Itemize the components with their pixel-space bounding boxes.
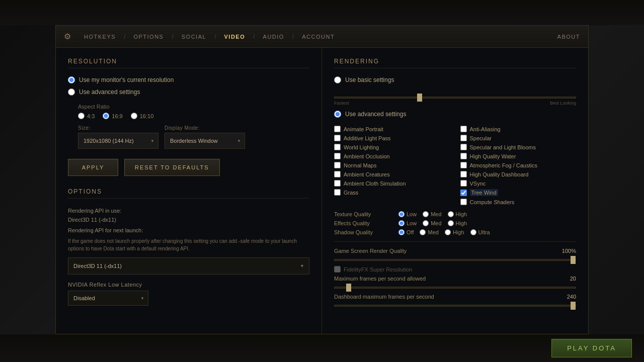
size-field: Size: 1920x1080 (144 Hz) [78, 125, 158, 149]
texture-low-input[interactable] [398, 211, 405, 217]
cb-ambient-creatures[interactable]: Ambient Creatures [334, 171, 450, 177]
cb-animate-portrait-label: Animate Portrait [344, 126, 383, 132]
shadow-off[interactable]: Off [398, 229, 414, 235]
nav-account[interactable]: ACCOUNT [297, 32, 340, 42]
effects-low[interactable]: Low [398, 220, 417, 226]
cb-hq-water-input[interactable] [460, 153, 467, 159]
cb-atmos-fog[interactable]: Atmospheric Fog / Caustics [460, 162, 577, 168]
nvidia-select[interactable]: Disabled Enabled Enabled + Boost [68, 291, 148, 306]
shadow-high-input[interactable] [445, 229, 451, 235]
cb-additive-light[interactable]: Additive Light Pass [334, 135, 450, 141]
effects-high[interactable]: High [448, 220, 467, 226]
max-frames-slider[interactable] [334, 287, 576, 289]
rendering-title: RENDERING [334, 58, 576, 68]
rendering-basic-option[interactable]: Use basic settings [334, 76, 576, 83]
cb-hq-dashboard[interactable]: High Quality Dashboard [460, 171, 577, 177]
cb-ambient-cloth-label: Ambient Cloth Simulation [344, 180, 406, 187]
effects-quality-row: Effects Quality Low Med High [334, 220, 576, 226]
radio-advanced-option[interactable]: Use advanced settings [68, 88, 309, 96]
texture-quality-row: Texture Quality Low Med High [334, 211, 576, 217]
shadow-off-input[interactable] [398, 229, 405, 235]
cb-specular-blooms-input[interactable] [460, 144, 467, 150]
apply-button[interactable]: APPLY [68, 159, 118, 176]
cb-specular-input[interactable] [460, 135, 467, 141]
shadow-med[interactable]: Med [420, 229, 438, 235]
cb-ambient-occlusion-input[interactable] [334, 153, 341, 159]
size-select[interactable]: 1920x1080 (144 Hz) [78, 133, 158, 149]
basic-quality-slider[interactable] [334, 97, 576, 99]
dashboard-frames-slider[interactable] [334, 305, 576, 307]
texture-high-input[interactable] [448, 211, 454, 217]
radio-monitor-input[interactable] [68, 76, 75, 83]
dashboard-frames-value: 240 [567, 294, 576, 300]
effects-med-input[interactable] [423, 220, 429, 226]
main-container: ⚙ HOTKEYS / OPTIONS / SOCIAL / VIDEO / A… [55, 25, 589, 334]
cb-ambient-occlusion[interactable]: Ambient Occlusion [334, 153, 450, 159]
nav-audio[interactable]: AUDIO [258, 32, 289, 42]
effects-high-input[interactable] [448, 220, 454, 226]
rendering-advanced-option[interactable]: Use advanced settings [334, 111, 576, 118]
display-mode-select[interactable]: Borderless Window Fullscreen Windowed [165, 133, 245, 149]
cb-hq-dashboard-input[interactable] [460, 171, 467, 177]
sub-options: Aspect Ratio 4:3 16:9 16:10 [78, 104, 309, 149]
quality-section: Texture Quality Low Med High [334, 211, 576, 235]
cb-anti-aliasing[interactable]: Anti-Aliasing [460, 126, 577, 132]
cb-ambient-cloth-input[interactable] [334, 180, 341, 187]
cb-additive-light-input[interactable] [334, 135, 341, 141]
cb-ambient-cloth[interactable]: Ambient Cloth Simulation [334, 180, 450, 187]
nav-options[interactable]: OPTIONS [128, 32, 169, 42]
api-select[interactable]: Direct3D 11 (-dx11) Direct3D 12 (-dx12) … [68, 257, 309, 275]
cb-specular[interactable]: Specular [460, 135, 577, 141]
game-screen-slider[interactable] [334, 259, 576, 261]
texture-high[interactable]: High [448, 211, 467, 217]
aspect-16-9-input[interactable] [103, 113, 109, 119]
shadow-ultra-input[interactable] [470, 229, 476, 235]
texture-med-input[interactable] [423, 211, 429, 217]
nav-social[interactable]: SOCIAL [177, 32, 211, 42]
fidelity-label: FidelityFX Super Resolution [344, 266, 412, 273]
shadow-high[interactable]: High [445, 229, 464, 235]
cb-world-lighting[interactable]: World Lighting [334, 144, 450, 150]
texture-low[interactable]: Low [398, 211, 417, 217]
effects-low-input[interactable] [398, 220, 405, 226]
radio-monitor-option[interactable]: Use my monitor's current resolution [68, 76, 309, 83]
nvidia-select-wrapper: Disabled Enabled Enabled + Boost [68, 291, 148, 306]
aspect-16-10[interactable]: 16:10 [131, 113, 154, 119]
cb-tree-wind[interactable]: Tree Wind [460, 189, 577, 196]
rendering-basic-input[interactable] [334, 76, 341, 83]
cb-compute-shaders-input[interactable] [460, 199, 467, 205]
nav-video[interactable]: VIDEO [219, 32, 250, 42]
cb-compute-shaders[interactable]: Compute Shaders [460, 199, 577, 205]
cb-vsync-input[interactable] [460, 180, 467, 187]
cb-vsync[interactable]: VSync [460, 180, 577, 187]
aspect-4-3[interactable]: 4:3 [78, 113, 95, 119]
cb-world-lighting-input[interactable] [334, 144, 341, 150]
radio-advanced-input[interactable] [68, 88, 75, 96]
cb-hq-water[interactable]: High Quality Water [460, 153, 577, 159]
texture-med[interactable]: Med [423, 211, 441, 217]
aspect-16-10-input[interactable] [131, 113, 137, 119]
cb-animate-portrait[interactable]: Animate Portrait [334, 126, 450, 132]
rendering-advanced-input[interactable] [334, 111, 341, 118]
reset-button[interactable]: RESET TO DEFAULTS [124, 159, 220, 176]
effects-med[interactable]: Med [423, 220, 441, 226]
play-button[interactable]: PLAY DOTA [551, 339, 632, 357]
cb-grass[interactable]: Grass [334, 189, 450, 196]
aspect-16-9[interactable]: 16:9 [103, 113, 122, 119]
cb-atmos-fog-input[interactable] [460, 162, 467, 168]
aspect-4-3-input[interactable] [78, 113, 85, 119]
cb-normal-maps-input[interactable] [334, 162, 341, 168]
cb-grass-input[interactable] [334, 189, 341, 196]
cb-animate-portrait-input[interactable] [334, 126, 341, 132]
resolution-title: RESOLUTION [68, 58, 309, 68]
cb-tree-wind-input[interactable] [460, 190, 467, 196]
cb-specular-blooms[interactable]: Specular and Light Blooms [460, 144, 577, 150]
cb-ambient-creatures-input[interactable] [334, 171, 341, 177]
nav-about[interactable]: ABOUT [557, 34, 580, 40]
shadow-med-input[interactable] [420, 229, 426, 235]
cb-normal-maps[interactable]: Normal Maps [334, 162, 450, 168]
aspect-radio-group: 4:3 16:9 16:10 [78, 113, 309, 119]
nav-hotkeys[interactable]: HOTKEYS [79, 32, 121, 42]
shadow-ultra[interactable]: Ultra [470, 229, 490, 235]
cb-anti-aliasing-input[interactable] [460, 126, 467, 132]
